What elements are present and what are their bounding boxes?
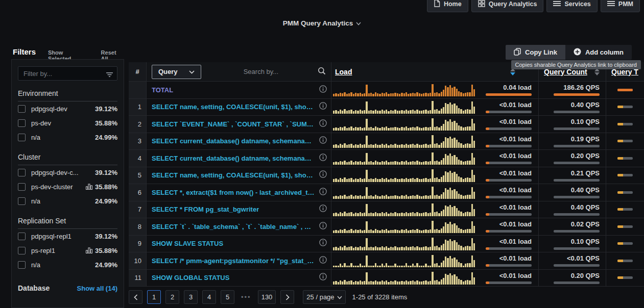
topnav-button-services[interactable]: Services <box>546 0 597 12</box>
info-icon[interactable] <box>319 239 327 248</box>
page-button-2[interactable]: 2 <box>165 290 179 304</box>
query-time-progress-bar <box>617 140 633 142</box>
database-show-all-link[interactable]: Show all (14) <box>77 285 117 292</box>
info-icon[interactable] <box>319 204 327 214</box>
query-link[interactable]: SELECT *, extract($1 from now() - last_a… <box>152 189 315 196</box>
pagination-summary: 1-25 of 3228 items <box>352 293 408 301</box>
filter-item-pdpgsql-dev[interactable]: pdpgsql-dev39.12% <box>18 102 117 116</box>
query-link[interactable]: SELECT `t` . `table_schema` , `t` . `tab… <box>152 223 315 230</box>
query-link[interactable]: SELECT `EVENT_NAME` , `COUNT_STAR` , `SU… <box>152 120 315 128</box>
topnav-button-home[interactable]: Home <box>427 0 468 12</box>
query-link[interactable]: SHOW GLOBAL STATUS <box>152 274 229 281</box>
checkbox[interactable] <box>18 105 26 113</box>
checkbox[interactable] <box>18 169 26 176</box>
query-count-value: 0.19 QPS <box>554 135 600 147</box>
row-number: 7 <box>129 201 147 218</box>
query-dropdown-label: Query <box>158 68 178 75</box>
add-column-label: Add column <box>585 48 624 56</box>
info-icon[interactable] <box>319 119 327 129</box>
info-icon[interactable] <box>319 153 327 163</box>
checkbox[interactable] <box>18 197 26 205</box>
query-count-value: 186.26 QPS <box>554 84 600 96</box>
query-dimension-dropdown[interactable]: Query <box>152 65 201 79</box>
page-button-1[interactable]: 1 <box>147 290 161 304</box>
filter-item-label: ps-repl1 <box>31 247 86 254</box>
topnav-button-query-analytics[interactable]: Query Analytics <box>471 0 544 12</box>
info-icon[interactable] <box>319 256 327 266</box>
checkbox[interactable] <box>18 247 26 254</box>
filter-item-percentage: 39.12% <box>95 105 117 113</box>
menu-icon <box>607 1 615 8</box>
info-icon[interactable] <box>319 222 327 232</box>
page-size-select[interactable]: 25 / page <box>303 290 345 304</box>
add-column-button[interactable]: Add column <box>565 45 632 60</box>
query-cell: SHOW GLOBAL STATUS <box>147 270 331 287</box>
load-value-text: <0.01 load <box>499 101 532 109</box>
chevron-down-icon[interactable] <box>356 19 361 27</box>
checkbox[interactable] <box>18 261 26 269</box>
search-input[interactable]: Search by... <box>201 62 326 81</box>
query-count-value-text: 0.21 QPS <box>571 169 600 177</box>
checkbox[interactable] <box>18 183 26 191</box>
checkbox[interactable] <box>18 119 26 127</box>
load-value: <0.01 load <box>486 238 532 250</box>
table-row: 6SELECT *, extract($1 from now() - last_… <box>129 184 644 201</box>
table-row: 2SELECT `EVENT_NAME` , `COUNT_STAR` , `S… <box>129 116 644 133</box>
query-link[interactable]: SELECT current_database() datname, schem… <box>152 137 315 145</box>
table-row: 11SHOW GLOBAL STATUS<0.01 load0.20 QPS <box>129 270 644 287</box>
load-sparkline <box>333 237 475 250</box>
row-number: 11 <box>129 270 147 287</box>
info-icon[interactable] <box>319 85 327 95</box>
load-cell: 0.04 load <box>331 82 539 98</box>
document-icon <box>434 0 440 9</box>
load-progress-bar <box>486 230 532 233</box>
copy-link-label: Copy Link <box>525 48 557 56</box>
load-sort-link[interactable]: Load <box>335 68 352 76</box>
query-link[interactable]: SHOW SLAVE STATUS <box>152 240 223 247</box>
pagination: 12345•••13025 / page1-25 of 3228 items <box>129 290 407 304</box>
info-icon[interactable] <box>319 188 327 197</box>
filter-item-ps-dev-cluster[interactable]: ps-dev-cluster35.88% <box>18 180 117 194</box>
query-link[interactable]: SELECT name, setting, COALESCE(unit, $1)… <box>152 171 315 179</box>
filter-item-ps-repl1[interactable]: ps-repl135.88% <box>18 244 117 258</box>
table-row: 7SELECT * FROM pg_stat_bgwriter<0.01 loa… <box>129 201 644 219</box>
query-time-cell <box>606 218 644 235</box>
copy-link-button[interactable]: Copy Link <box>506 45 565 60</box>
checkbox[interactable] <box>18 233 26 240</box>
filter-input[interactable] <box>18 66 117 81</box>
prev-page-button[interactable] <box>129 290 142 304</box>
filter-item-n-a[interactable]: n/a24.99% <box>18 194 117 208</box>
load-value: <0.01 load <box>486 254 532 267</box>
load-sparkline <box>333 151 475 165</box>
database-title: Database <box>18 284 50 292</box>
checkbox[interactable] <box>18 134 26 141</box>
filter-item-label: ps-dev <box>31 119 95 127</box>
query-count-progress-bar <box>554 213 600 216</box>
info-icon[interactable] <box>319 170 327 180</box>
filter-item-pdpgsql-repl1[interactable]: pdpgsql-repl139.12% <box>18 229 117 243</box>
query-link[interactable]: SELECT * FROM pg_stat_bgwriter <box>152 206 259 213</box>
query-link[interactable]: TOTAL <box>152 86 173 94</box>
chevron-down-icon <box>337 293 342 301</box>
info-icon[interactable] <box>319 102 327 112</box>
page-button-last[interactable]: 130 <box>258 290 276 304</box>
info-icon[interactable] <box>319 273 327 283</box>
query-link[interactable]: SELECT current_database() datname, schem… <box>152 155 315 162</box>
page-button-3[interactable]: 3 <box>184 290 198 304</box>
query-link[interactable]: SELECT /* pmm-agent:pgstatmonitor */ "pg… <box>152 257 315 265</box>
pagination-ellipsis[interactable]: ••• <box>239 293 253 301</box>
query-link[interactable]: SELECT name, setting, COALESCE(unit, $1)… <box>152 103 315 111</box>
filter-item-ps-dev[interactable]: ps-dev35.88% <box>18 116 117 130</box>
page-button-4[interactable]: 4 <box>202 290 216 304</box>
topnav-button-pmm[interactable]: PMM <box>601 0 640 12</box>
filter-item-n-a[interactable]: n/a24.99% <box>18 258 117 272</box>
info-icon[interactable] <box>319 136 327 146</box>
query-count-value: <0.01 QPS <box>554 254 600 267</box>
search-icon[interactable] <box>318 67 326 77</box>
next-page-button[interactable] <box>280 290 294 304</box>
filter-item-label: pdpgsql-repl1 <box>31 233 95 240</box>
page-title: PMM Query Analytics <box>283 19 353 27</box>
filter-item-n-a[interactable]: n/a24.99% <box>18 131 117 144</box>
page-button-5[interactable]: 5 <box>221 290 234 304</box>
filter-item-pdpgsql-dev-c-[interactable]: pdpgsql-dev-c...39.12% <box>18 166 117 179</box>
